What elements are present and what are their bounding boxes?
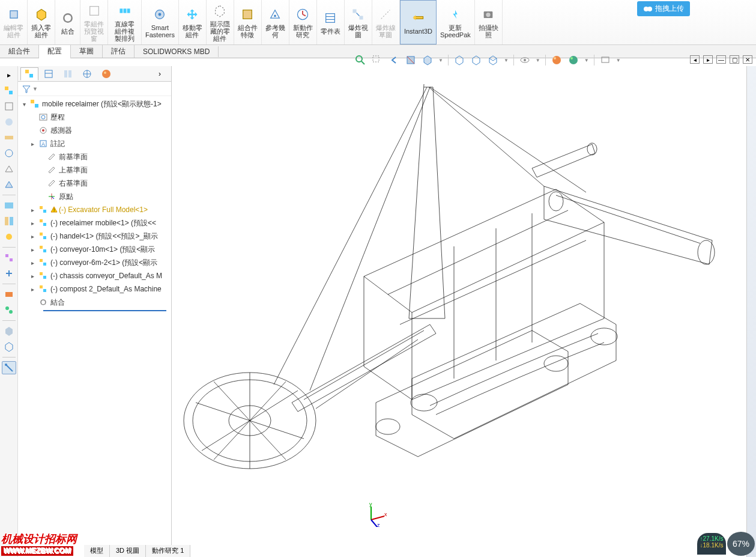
- tab-mbd[interactable]: SOLIDWORKS MBD: [135, 46, 219, 57]
- tree-item[interactable]: 結合: [18, 296, 171, 309]
- fm-tab-dim[interactable]: [78, 67, 96, 81]
- display-style-icon[interactable]: [453, 54, 465, 66]
- next-doc-icon[interactable]: ▸: [703, 55, 713, 64]
- svg-point-29: [554, 57, 556, 59]
- close-icon[interactable]: ✕: [743, 55, 752, 64]
- svg-rect-49: [25, 70, 29, 73]
- tree-item[interactable]: ▸A註記: [18, 137, 171, 150]
- tool6-icon[interactable]: [2, 199, 16, 212]
- ribbon-bom[interactable]: 零件表: [317, 0, 345, 44]
- bottom-tab[interactable]: 3D 視圖: [110, 545, 146, 557]
- prev-doc-icon[interactable]: ◂: [690, 55, 700, 64]
- ribbon-instant3d[interactable]: Instant3D: [400, 0, 437, 44]
- svg-point-20: [486, 13, 491, 17]
- tool7-icon[interactable]: [2, 215, 16, 228]
- tree-item[interactable]: 右基準面: [18, 177, 171, 190]
- tree-item[interactable]: ▸!(-) Excavator Full Model<1>: [18, 203, 171, 216]
- tool15-icon[interactable]: [2, 361, 16, 374]
- wireframe-icon[interactable]: [487, 54, 499, 66]
- fm-tab-more-icon[interactable]: ›: [151, 67, 169, 81]
- asm-icon: [38, 204, 49, 215]
- asm-icon: [38, 257, 49, 268]
- svg-rect-4: [123, 8, 126, 13]
- ribbon-assembly-features[interactable]: 組合件 特徵: [234, 0, 262, 44]
- tree-item[interactable]: 前基準面: [18, 150, 171, 163]
- select-icon[interactable]: ▸: [2, 68, 16, 82]
- scene-icon[interactable]: [567, 54, 579, 66]
- previous-view-icon[interactable]: [388, 54, 400, 66]
- task-pane-edge[interactable]: [746, 66, 756, 557]
- asm-icon: [38, 284, 49, 294]
- ribbon-mate[interactable]: 結合: [55, 0, 80, 44]
- svg-point-59: [104, 72, 106, 74]
- tool13-icon[interactable]: [2, 324, 16, 338]
- tree-item[interactable]: 上基準面: [18, 163, 171, 177]
- tool4-icon[interactable]: [2, 147, 16, 160]
- ribbon-speedpak[interactable]: 更新 SpeedPak: [437, 0, 475, 44]
- ribbon-smart-fasteners[interactable]: Smart Fasteners: [142, 0, 179, 44]
- viewport-3d[interactable]: y x z: [172, 66, 756, 557]
- ribbon-linear-pattern[interactable]: 直線零 組件複 製排列: [108, 0, 142, 44]
- bottom-tab[interactable]: 動作研究 1: [146, 545, 190, 557]
- tree-item[interactable]: ▸(-) chassis conveyor_Default_As M: [18, 269, 171, 282]
- fm-tab-property[interactable]: [40, 67, 58, 81]
- asm-icon[interactable]: [2, 84, 16, 97]
- appearance-icon[interactable]: [551, 54, 563, 66]
- tree-item[interactable]: 原點: [18, 190, 171, 203]
- tab-assembly[interactable]: 組合件: [0, 45, 39, 58]
- tree-item[interactable]: ▸(-) conveyor-6m-2<1> (預設<顯示: [18, 256, 171, 269]
- svg-rect-84: [43, 289, 46, 292]
- tool1-icon[interactable]: [2, 100, 16, 113]
- bottom-tab[interactable]: 模型: [84, 545, 110, 557]
- hlr-icon[interactable]: [470, 54, 482, 66]
- tree-item[interactable]: ▸(-) compost 2_Default_As Machine: [18, 282, 171, 296]
- zoom-badge: 67%: [727, 532, 755, 556]
- tool3-icon[interactable]: [2, 131, 16, 144]
- svg-rect-79: [40, 259, 43, 262]
- upload-button[interactable]: 拖拽上传: [637, 1, 690, 16]
- ribbon-new-motion[interactable]: 新動作 研究: [289, 0, 317, 44]
- tree-item[interactable]: ▸(-) recelaimer mobile<1> (預設<<: [18, 216, 171, 230]
- svg-line-121: [371, 520, 377, 527]
- ribbon-snapshot[interactable]: 拍攝快 照: [475, 0, 503, 44]
- tool14-icon[interactable]: [2, 340, 16, 353]
- ribbon-exploded-view[interactable]: 爆炸視 圖: [345, 0, 372, 44]
- asm-icon: [38, 244, 49, 255]
- tool8-icon[interactable]: [2, 230, 16, 243]
- ribbon-show-hidden[interactable]: 顯示隱 藏的零 組件: [207, 0, 234, 44]
- tree-item[interactable]: 歷程: [18, 111, 171, 124]
- tree-item[interactable]: ▸(-) conveyor-10m<1> (預設<顯示: [18, 243, 171, 256]
- tree-item[interactable]: 感測器: [18, 124, 171, 137]
- render-icon[interactable]: [599, 54, 611, 66]
- section-view-icon[interactable]: [405, 54, 417, 66]
- hide-show-icon[interactable]: [519, 54, 531, 66]
- tab-sketch[interactable]: 草圖: [71, 45, 103, 58]
- ribbon-insert-component[interactable]: 插入零 組件: [28, 0, 55, 44]
- tool2-icon[interactable]: [2, 115, 16, 129]
- ribbon-reference-geom[interactable]: 參考幾 何: [262, 0, 289, 44]
- fm-tab-config[interactable]: [59, 67, 77, 81]
- svg-point-114: [411, 394, 437, 411]
- tree-root[interactable]: ▾mobile recelaimer (預設<顯示狀態-1>: [18, 97, 171, 111]
- tree-item[interactable]: ▸(-) handel<1> (預設<<預設>_顯示: [18, 230, 171, 243]
- fm-tab-display[interactable]: [97, 67, 115, 81]
- zoom-fit-icon[interactable]: [354, 54, 366, 66]
- tool10-icon[interactable]: [2, 267, 16, 280]
- fm-tab-tree[interactable]: [20, 67, 38, 81]
- funnel-icon[interactable]: [22, 84, 31, 94]
- tab-layout[interactable]: 配置: [39, 45, 71, 59]
- maximize-icon[interactable]: ▢: [730, 55, 739, 64]
- tool11-icon[interactable]: [2, 288, 16, 301]
- zoom-area-icon[interactable]: [371, 54, 383, 66]
- view-orientation-icon[interactable]: [422, 54, 434, 66]
- tool5-icon[interactable]: [2, 162, 16, 175]
- feature-manager-panel: › ▼ ▾mobile recelaimer (預設<顯示狀態-1>歷程感測器▸…: [18, 66, 172, 557]
- tab-evaluate[interactable]: 評估: [103, 45, 135, 58]
- tool9-icon[interactable]: [2, 251, 16, 264]
- tool5b-icon[interactable]: [2, 178, 16, 191]
- ribbon-move-component[interactable]: 移動零 組件: [179, 0, 207, 44]
- svg-line-17: [381, 10, 390, 19]
- tool12-icon[interactable]: [2, 303, 16, 317]
- linear-pattern-icon: [116, 2, 133, 19]
- minimize-icon[interactable]: —: [716, 55, 726, 64]
